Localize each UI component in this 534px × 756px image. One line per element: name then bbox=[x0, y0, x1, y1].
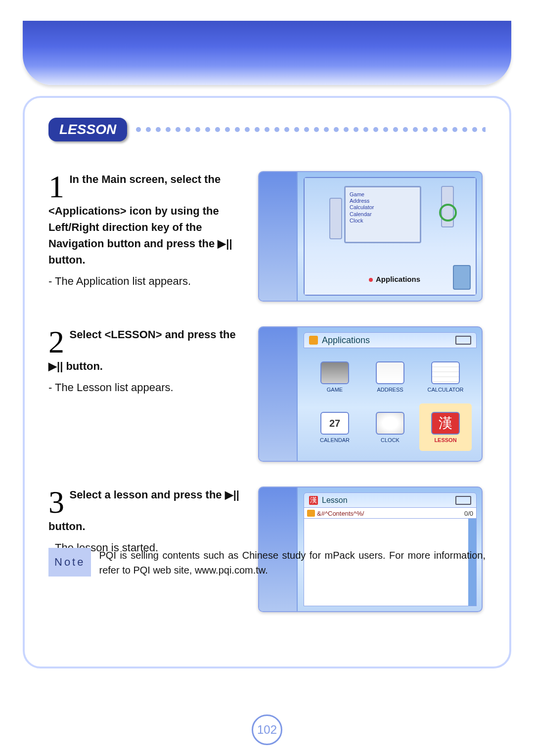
applications-titlebar: Applications bbox=[304, 332, 477, 348]
step-1-sub: - The Application list appears. bbox=[48, 273, 246, 289]
step-2-title-a: Select <LESSON> and press the bbox=[69, 328, 235, 341]
step-1-text: 1 In the Main screen, select the <Applic… bbox=[48, 171, 246, 289]
step-2-text: 2 Select <LESSON> and press the ▶|| butt… bbox=[48, 326, 246, 396]
step-1-title: In the Main screen, select the <Applicat… bbox=[48, 173, 232, 266]
app-label: GAME bbox=[327, 387, 343, 393]
applications-label: Applications bbox=[369, 275, 420, 283]
app-game: GAME bbox=[309, 353, 361, 400]
lesson-titlebar-text: Lesson bbox=[322, 496, 348, 504]
device-screen: Game Address Calculator Calendar Clock A… bbox=[304, 177, 477, 296]
app-calculator: CALCULATOR bbox=[419, 353, 472, 400]
section-heading-row: LESSON bbox=[48, 118, 486, 141]
app-calendar: 27CALENDAR bbox=[309, 403, 361, 451]
section-heading-badge: LESSON bbox=[48, 118, 127, 141]
step-2: 2 Select <LESSON> and press the ▶|| butt… bbox=[48, 326, 486, 462]
app-clock: CLOCK bbox=[364, 403, 416, 451]
step-3-title-b: button. bbox=[48, 520, 86, 533]
step-1-screenshot: Game Address Calculator Calendar Clock A… bbox=[258, 171, 483, 302]
step-2-title-b: button. bbox=[63, 360, 103, 372]
step-3-number: 3 bbox=[48, 487, 64, 518]
step-1: 1 In the Main screen, select the <Applic… bbox=[48, 171, 486, 302]
play-pause-icon: ▶|| bbox=[218, 237, 232, 250]
lesson-path-text: &#^Contents^%/ bbox=[317, 510, 364, 517]
play-pause-icon: ▶|| bbox=[225, 489, 239, 501]
lesson-icon: 漢 bbox=[431, 412, 460, 435]
applications-titlebar-text: Applications bbox=[322, 336, 370, 345]
speaker-icon bbox=[329, 198, 342, 239]
main-screen-room: Game Address Calculator Calendar Clock A… bbox=[305, 178, 476, 295]
picture-frame-icon bbox=[453, 265, 471, 290]
note-text: PQI is selling contents such as Chinese … bbox=[99, 548, 486, 578]
step-1-number: 1 bbox=[48, 171, 64, 203]
app-label: ADDRESS bbox=[377, 387, 403, 393]
play-pause-icon: ▶|| bbox=[48, 360, 63, 372]
header-banner bbox=[23, 21, 511, 85]
step-2-title: Select <LESSON> and press the ▶|| button… bbox=[48, 328, 236, 372]
address-icon bbox=[376, 361, 404, 384]
dotted-rule bbox=[136, 127, 486, 132]
clock-icon bbox=[376, 412, 404, 435]
lesson-titlebar-icon: 漢 bbox=[309, 496, 318, 505]
app-label: CALENDAR bbox=[320, 438, 350, 443]
page: LESSON 1 In the Main screen, select the … bbox=[0, 0, 534, 756]
tv-icon: Game Address Calculator Calendar Clock bbox=[344, 186, 421, 243]
headphone-icon bbox=[439, 204, 457, 222]
game-icon bbox=[320, 361, 349, 384]
app-lesson: 漢LESSON bbox=[419, 403, 472, 451]
step-2-screenshot: Applications GAME ADDRESS CALCULATOR 27C… bbox=[258, 326, 483, 462]
lesson-count: 0/0 bbox=[464, 510, 473, 517]
calculator-icon bbox=[431, 361, 460, 384]
applications-grid: GAME ADDRESS CALCULATOR 27CALENDAR CLOCK… bbox=[304, 348, 477, 456]
step-3-text: 3 Select a lesson and press the ▶|| butt… bbox=[48, 487, 246, 556]
tv-menu-list: Game Address Calculator Calendar Clock bbox=[350, 191, 374, 224]
lesson-titlebar: 漢 Lesson bbox=[304, 492, 477, 508]
app-label: CLOCK bbox=[381, 438, 400, 443]
battery-icon bbox=[455, 496, 471, 505]
note-row: Note PQI is selling contents such as Chi… bbox=[48, 548, 486, 578]
step-2-number: 2 bbox=[48, 326, 64, 358]
step-1-title-a: In the Main screen, select the <Applicat… bbox=[48, 173, 221, 250]
note-badge: Note bbox=[48, 548, 91, 577]
calendar-icon: 27 bbox=[320, 412, 349, 435]
app-address: ADDRESS bbox=[364, 353, 416, 400]
folder-icon bbox=[307, 510, 315, 517]
device-side bbox=[259, 327, 298, 461]
applications-titlebar-icon bbox=[309, 336, 318, 345]
page-number: 102 bbox=[252, 714, 282, 745]
step-3-title-a: Select a lesson and press the bbox=[69, 489, 224, 501]
step-1-title-b: button. bbox=[48, 254, 86, 266]
content-frame: LESSON 1 In the Main screen, select the … bbox=[23, 96, 511, 668]
battery-icon bbox=[455, 336, 471, 345]
app-label: LESSON bbox=[434, 438, 456, 443]
device-side bbox=[259, 172, 298, 301]
step-2-sub: - The Lesson list appears. bbox=[48, 379, 246, 396]
app-label: CALCULATOR bbox=[428, 387, 464, 393]
lesson-path-bar: &#^Contents^%/ 0/0 bbox=[304, 507, 477, 519]
step-3-title: Select a lesson and press the ▶|| button… bbox=[48, 489, 239, 533]
